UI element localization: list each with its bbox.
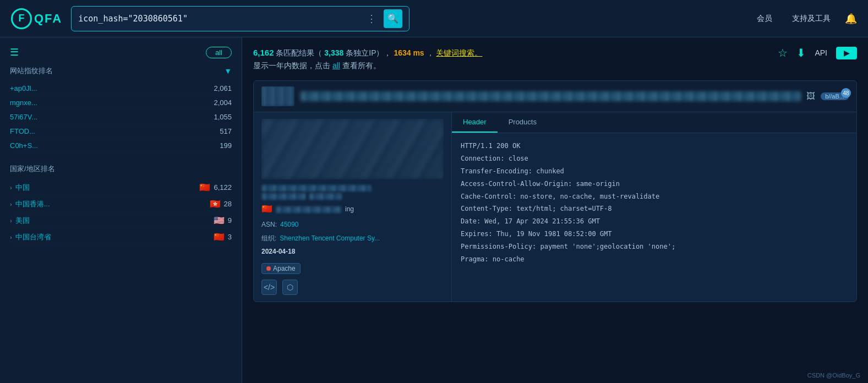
card-meta-date-row: 2024-04-18 — [261, 246, 444, 258]
card-url-blurred — [300, 91, 801, 101]
header-line: Access-Control-Allow-Origin: same-origin — [461, 178, 848, 190]
search-options-button[interactable]: ⋮ — [364, 10, 379, 27]
text-blurred-1 — [261, 193, 305, 200]
results-time-suffix: ， — [427, 48, 434, 57]
logo-text: QFA — [34, 12, 62, 26]
rank-name[interactable]: FTOD... — [10, 127, 35, 135]
fingerprint-sort-icon[interactable]: ▼ — [224, 67, 232, 75]
sidebar-filter-row: ☰ all — [10, 46, 232, 58]
list-item: › 中国 🇨🇳 6,122 — [10, 179, 232, 196]
asn-label: ASN: — [261, 219, 277, 231]
api-button[interactable]: API — [815, 48, 827, 57]
results-ip-unit: 条独立IP）， — [346, 48, 391, 57]
country-flag: 🇨🇳 — [199, 182, 210, 193]
apache-label: Apache — [273, 265, 296, 272]
search-icon: 🔍 — [387, 13, 398, 24]
main-layout: ☰ all 网站指纹排名 ▼ +ap0Jl... 2,061 mgnxe... … — [0, 37, 868, 383]
chevron-icon[interactable]: › — [10, 184, 12, 191]
rank-name[interactable]: C0h+S... — [10, 141, 38, 150]
org-label: 组织: — [261, 233, 276, 245]
monitor-icon: 🖼 — [806, 91, 815, 101]
badge-count: 48 — [841, 88, 851, 98]
search-submit-button[interactable]: 🔍 — [384, 9, 402, 28]
chevron-icon[interactable]: › — [10, 201, 12, 207]
card-body: 🇨🇳 ing ASN: 45090 组织: Shenzhen Tencent C… — [254, 112, 856, 302]
notification-bell-icon[interactable]: 🔔 — [845, 13, 857, 25]
text-ing: ing — [345, 204, 354, 216]
fingerprint-section-title: 网站指纹排名 ▼ — [10, 66, 232, 76]
country-flag: 🇨🇳 — [214, 232, 225, 242]
country-count: 9 — [228, 216, 232, 225]
header-line: HTTP/1.1 200 OK — [461, 140, 848, 152]
results-time: 1634 ms — [394, 48, 424, 57]
card-meta-org-row: 组织: Shenzhen Tencent Computer Sy... — [261, 233, 444, 245]
tab-header[interactable]: Header — [452, 112, 498, 133]
favorite-button[interactable]: ☆ — [778, 46, 788, 59]
results-subtitle-suffix: 查看所有。 — [342, 61, 381, 70]
card-thumbnail — [261, 86, 294, 106]
member-link[interactable]: 会员 — [751, 12, 778, 26]
apache-dot-icon — [266, 266, 271, 271]
header-line: Content-Type: text/html; charset=UTF-8 — [461, 203, 848, 215]
country-count: 3 — [228, 233, 232, 241]
card-meta-flag-row: 🇨🇳 ing — [261, 201, 444, 217]
results-header: 6,162 条匹配结果（ 3,338 条独立IP）， 1634 ms ， 关键词… — [253, 46, 857, 72]
main-content: 6,162 条匹配结果（ 3,338 条独立IP）， 1634 ms ， 关键词… — [242, 37, 868, 383]
header-line: Transfer-Encoding: chunked — [461, 165, 848, 178]
code-icon-button[interactable]: </> — [261, 280, 277, 295]
support-link[interactable]: 支持及工具 — [787, 12, 836, 26]
domain-blurred — [261, 185, 372, 192]
list-item: mgnxe... 2,004 — [10, 96, 232, 110]
search-input[interactable] — [78, 14, 360, 24]
results-info: 6,162 条匹配结果（ 3,338 条独立IP）， 1634 ms ， 关键词… — [253, 46, 482, 72]
logo-f-letter: F — [19, 13, 25, 24]
green-action-button[interactable]: ▶ — [836, 47, 857, 59]
country-name[interactable]: 中国香港... — [15, 199, 206, 209]
country-name[interactable]: 中国台湾省 — [15, 232, 210, 242]
list-item: C0h+S... 199 — [10, 139, 232, 153]
code-icon: </> — [264, 283, 275, 292]
search-bar: ⋮ 🔍 — [71, 6, 410, 31]
list-item: › 中国香港... 🇭🇰 28 — [10, 196, 232, 212]
filter-icon[interactable]: ☰ — [10, 46, 19, 58]
navbar: F QFA ⋮ 🔍 会员 支持及工具 🔔 — [0, 0, 868, 37]
chevron-icon[interactable]: › — [10, 234, 12, 240]
download-button[interactable]: ⬇ — [796, 46, 806, 59]
rank-count: 517 — [220, 127, 232, 135]
sidebar: ☰ all 网站指纹排名 ▼ +ap0Jl... 2,061 mgnxe... … — [0, 37, 242, 383]
asn-value[interactable]: 45090 — [280, 219, 298, 231]
country-name[interactable]: 美国 — [15, 216, 210, 226]
card-meta: 🇨🇳 ing ASN: 45090 组织: Shenzhen Tencent C… — [261, 185, 444, 258]
card-left-panel: 🇨🇳 ing ASN: 45090 组织: Shenzhen Tencent C… — [254, 112, 452, 302]
result-date: 2024-04-18 — [261, 246, 295, 258]
card-right-panel: Header Products HTTP/1.1 200 OK Connecti… — [452, 112, 856, 302]
rank-name[interactable]: 57i67V... — [10, 113, 37, 121]
logo: F QFA — [11, 8, 62, 29]
apache-badge: Apache — [261, 263, 301, 274]
rank-count: 1,055 — [214, 113, 232, 121]
results-actions: ☆ ⬇ API ▶ — [778, 46, 857, 59]
tab-products[interactable]: Products — [498, 112, 548, 133]
country-flag: 🇭🇰 — [210, 199, 221, 209]
results-subtitle: 显示一年内数据，点击 — [253, 61, 330, 70]
country-section-title: 国家/地区排名 — [10, 164, 232, 174]
list-item: › 美国 🇺🇸 9 — [10, 212, 232, 229]
tab-bar: Header Products — [452, 112, 856, 133]
org-value[interactable]: Shenzhen Tencent Computer Sy... — [280, 233, 380, 245]
rank-name[interactable]: +ap0Jl... — [10, 84, 37, 92]
results-ip-count: 3,338 — [324, 48, 343, 57]
country-count: 28 — [224, 200, 232, 208]
cube-icon-button[interactable]: ⬡ — [282, 280, 298, 295]
result-card: 🖼 b//aB... 48 — [253, 80, 857, 302]
rank-name[interactable]: mgnxe... — [10, 99, 37, 107]
card-badge: b//aB... 48 — [821, 92, 849, 100]
header-line: Expires: Thu, 19 Nov 1981 08:52:00 GMT — [461, 228, 848, 240]
all-results-link[interactable]: all — [332, 61, 340, 70]
chevron-icon[interactable]: › — [10, 217, 12, 224]
card-meta-asn-row: ASN: 45090 — [261, 219, 444, 231]
all-badge[interactable]: all — [206, 47, 232, 58]
country-name[interactable]: 中国 — [15, 183, 196, 193]
header-line: Cache-Control: no-store, no-cache, must-… — [461, 190, 848, 203]
card-screenshot — [261, 119, 444, 179]
keyword-search-link[interactable]: 关键词搜索。 — [436, 48, 482, 57]
